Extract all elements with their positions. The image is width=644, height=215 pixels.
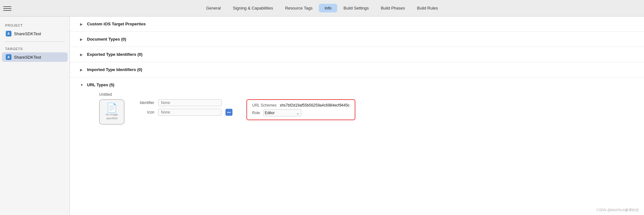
url-types-title: URL Types (5) [87,82,114,87]
more-button[interactable]: ••• [225,109,232,116]
document-icon: 📄 [106,103,117,112]
chevron-right-icon-2: ▶ [80,37,84,41]
exported-type-title: Exported Type Identifiers (0) [87,52,143,57]
project-section-title: PROJECT [0,22,70,29]
tab-signing[interactable]: Signing & Capabilities [227,4,278,12]
watermark: CSDN @MobTech豪博科技 [596,208,639,212]
sidebar-item-target[interactable]: A ShareSDKTest [2,52,68,62]
imported-type-title: Imported Type Identifiers (0) [87,67,142,72]
chevron-right-icon-3: ▶ [80,53,84,56]
no-image-text: No image specified [100,113,124,120]
tab-build-phases[interactable]: Build Phases [375,4,411,12]
document-types-section[interactable]: ▶ Document Types (0) [70,32,644,47]
tab-general[interactable]: General [200,4,226,12]
target-app-icon: A [6,54,11,60]
project-item-label: ShareSDKTest [14,31,41,36]
sidebar-divider [5,42,64,42]
sidebar-item-project[interactable]: A ShareSDKTest [2,29,68,38]
chevron-down-icon: ▼ [80,83,84,87]
fields-section: Identifier Icon ••• [132,99,232,116]
tab-bar: General Signing & Capabilities Resource … [0,0,644,16]
custom-ios-section[interactable]: ▶ Custom iOS Target Properties [70,16,644,32]
identifier-label: Identifier [132,101,154,105]
role-label: Role [252,111,260,115]
url-schemes-value: xhs7bf2d19af55b56259a4c6984ecf9445c [280,103,350,107]
identifier-input[interactable] [158,99,222,106]
url-types-header[interactable]: ▼ URL Types (5) [80,82,634,87]
url-types-section: ▼ URL Types (5) Untitled 📄 No image spec… [70,77,644,130]
imported-type-section[interactable]: ▶ Imported Type Identifiers (0) [70,62,644,77]
project-app-icon: A [6,31,11,36]
url-schemes-box: URL Schemes xhs7bf2d19af55b56259a4c6984e… [246,99,355,120]
sidebar-toggle-button[interactable] [3,4,11,13]
sidebar: PROJECT A ShareSDKTest TARGETS A ShareSD… [0,16,70,215]
icon-row: Icon ••• [132,109,232,116]
chevron-right-icon: ▶ [80,22,84,26]
targets-section-title: TARGETS [0,45,70,52]
tab-info[interactable]: Info [319,4,337,12]
no-image-box: 📄 No image specified [99,99,124,125]
identifier-row: Identifier [132,99,232,106]
main-layout: PROJECT A ShareSDKTest TARGETS A ShareSD… [0,16,644,215]
content-area: ▶ Custom iOS Target Properties ▶ Documen… [70,16,644,215]
url-type-card: Untitled 📄 No image specified Identifier [99,92,634,125]
document-types-title: Document Types (0) [87,37,126,42]
chevron-right-icon-4: ▶ [80,68,84,72]
tab-resource-tags[interactable]: Resource Tags [279,4,318,12]
url-schemes-row: URL Schemes xhs7bf2d19af55b56259a4c6984e… [252,103,350,107]
url-schemes-label: URL Schemes [252,103,277,107]
exported-type-section[interactable]: ▶ Exported Type Identifiers (0) [70,47,644,62]
tab-build-rules[interactable]: Build Rules [411,4,444,12]
role-value: Editor [265,111,275,115]
role-row: Role Editor ⌄ [252,109,350,116]
target-item-label: ShareSDKTest [14,55,41,60]
role-select[interactable]: Editor ⌄ [263,109,301,116]
icon-input[interactable] [158,109,222,116]
card-body: 📄 No image specified Identifier Icon [99,99,634,125]
tab-build-settings[interactable]: Build Settings [338,4,375,12]
role-dropdown-arrow-icon: ⌄ [296,110,300,115]
icon-label: Icon [132,110,154,114]
custom-ios-title: Custom iOS Target Properties [87,22,146,26]
card-name-label: Untitled [99,92,634,97]
